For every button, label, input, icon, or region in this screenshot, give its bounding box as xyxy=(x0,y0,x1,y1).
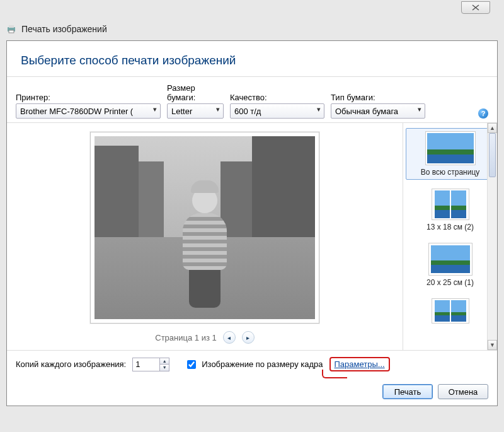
preview-image xyxy=(94,136,315,319)
next-page-button[interactable]: ▸ xyxy=(242,331,255,344)
dialog-header: Выберите способ печати изображений xyxy=(7,41,497,77)
quality-select[interactable]: 600 т/д xyxy=(230,103,324,119)
svg-rect-2 xyxy=(9,30,14,33)
paper-size-label: Размер бумаги: xyxy=(167,83,224,102)
paper-type-select[interactable]: Обычная бумага xyxy=(331,103,425,119)
scroll-thumb[interactable] xyxy=(489,133,496,177)
layout-label: 20 x 25 см (1) xyxy=(406,278,495,287)
scroll-down-button[interactable]: ▼ xyxy=(488,340,497,350)
preview-pane: Страница 1 из 1 ◂ ▸ xyxy=(7,123,403,350)
options-row: Принтер: Brother MFC-7860DW Printer ( Ра… xyxy=(7,77,497,123)
dialog-title: Выберите способ печати изображений xyxy=(21,54,483,67)
copies-label: Копий каждого изображения: xyxy=(16,359,126,369)
layout-list: Во всю страницу 13 x 18 см (2) 20 x 25 с… xyxy=(403,123,497,350)
printer-select[interactable]: Brother MFC-7860DW Printer ( xyxy=(16,103,161,119)
copies-down-button[interactable]: ▼ xyxy=(160,365,169,371)
quality-label: Качество: xyxy=(230,93,324,102)
window-title: Печать изображений xyxy=(21,24,107,34)
printer-label: Принтер: xyxy=(16,93,161,102)
layout-item-13x18[interactable]: 13 x 18 см (2) xyxy=(406,186,495,234)
fit-label: Изображение по размеру кадра xyxy=(202,359,323,369)
layout-item-full-page[interactable]: Во всю страницу xyxy=(406,128,495,180)
copies-spinner[interactable]: ▲ ▼ xyxy=(132,358,169,371)
window-titlebar: Печать изображений xyxy=(0,20,504,38)
paper-type-label: Тип бумаги: xyxy=(331,93,425,102)
paper-size-select[interactable]: Letter xyxy=(167,103,224,119)
print-button[interactable]: Печать xyxy=(382,384,433,399)
layout-item-partial[interactable] xyxy=(406,296,495,329)
svg-rect-1 xyxy=(9,25,14,28)
close-button[interactable] xyxy=(461,1,490,14)
layout-scrollbar[interactable]: ▲ ▼ xyxy=(487,123,497,350)
copies-input[interactable] xyxy=(133,358,159,371)
page-indicator: Страница 1 из 1 xyxy=(155,333,216,342)
layout-label: Во всю страницу xyxy=(406,168,494,177)
layout-label: 13 x 18 см (2) xyxy=(406,223,495,231)
layout-item-20x25[interactable]: 20 x 25 см (1) xyxy=(406,240,495,289)
help-icon[interactable]: ? xyxy=(478,108,488,119)
preview-frame xyxy=(90,132,319,324)
scroll-up-button[interactable]: ▲ xyxy=(488,123,497,133)
prev-page-button[interactable]: ◂ xyxy=(223,331,236,344)
print-dialog: Выберите способ печати изображений Принт… xyxy=(6,40,498,406)
printer-icon xyxy=(6,24,16,34)
options-link[interactable]: Параметры... xyxy=(335,359,385,369)
copies-up-button[interactable]: ▲ xyxy=(160,358,169,365)
cancel-button[interactable]: Отмена xyxy=(438,384,488,399)
fit-checkbox[interactable] xyxy=(187,360,196,369)
